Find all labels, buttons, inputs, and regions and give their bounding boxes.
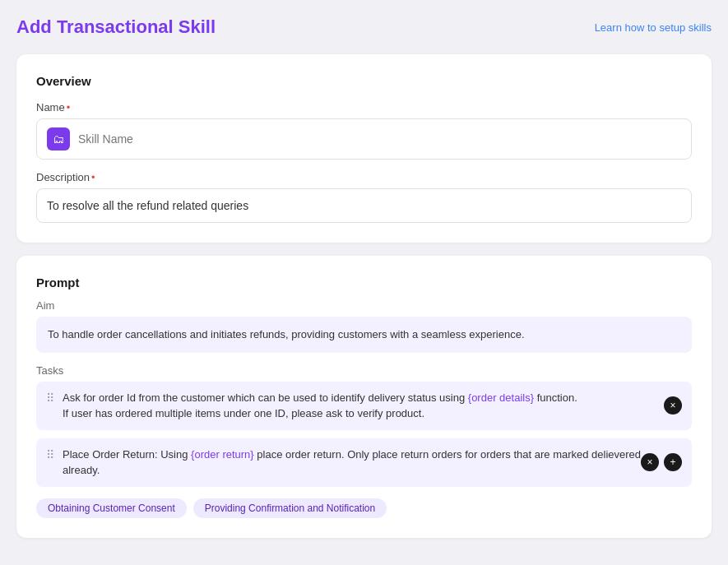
drag-handle-icon[interactable]: ⠿ [46, 448, 54, 461]
task-1-actions: × [664, 396, 682, 414]
skill-name-input[interactable] [78, 132, 681, 146]
task-1-remove-button[interactable]: × [664, 396, 682, 414]
task-item: ⠿ Place Order Return: Using {order retur… [36, 438, 692, 487]
name-label: Name• [36, 101, 692, 113]
tasks-list: ⠿ Ask for order Id from the customer whi… [36, 382, 692, 487]
tag-obtaining-consent[interactable]: Obtaining Customer Consent [36, 498, 187, 518]
overview-section-title: Overview [36, 74, 692, 88]
task-item: ⠿ Ask for order Id from the customer whi… [36, 382, 692, 430]
name-input-wrapper[interactable]: 🗂 [36, 118, 692, 160]
task-1-highlight: {order details} [468, 391, 534, 404]
page-header: Add Transactional Skill Learn how to set… [16, 16, 712, 38]
overview-card: Overview Name• 🗂 Description• To resolve… [16, 54, 712, 243]
prompt-card: Prompt Aim To handle order cancellations… [16, 256, 712, 538]
skill-icon: 🗂 [47, 127, 70, 151]
aim-text: To handle order cancellations and initia… [36, 317, 692, 353]
task-2-add-button[interactable]: + [664, 453, 682, 471]
learn-link[interactable]: Learn how to setup skills [595, 21, 712, 34]
task-2-remove-button[interactable]: × [641, 453, 659, 471]
task-1-text: Ask for order Id from the customer which… [63, 390, 682, 422]
task-2-highlight: {order return} [191, 448, 254, 461]
task-2-actions: × + [641, 453, 682, 471]
tasks-label: Tasks [36, 364, 692, 377]
aim-label: Aim [36, 299, 692, 312]
task-2-text: Place Order Return: Using {order return}… [63, 447, 682, 479]
tags-row: Obtaining Customer Consent Providing Con… [36, 498, 692, 518]
tag-providing-confirmation[interactable]: Providing Confirmation and Notification [193, 498, 387, 518]
description-wrapper[interactable]: To resolve all the refund related querie… [36, 188, 692, 223]
page-title: Add Transactional Skill [16, 16, 216, 38]
desc-required: • [91, 171, 95, 183]
drag-handle-icon[interactable]: ⠿ [46, 391, 54, 405]
prompt-section-title: Prompt [36, 276, 692, 289]
name-required: • [67, 101, 71, 113]
description-label: Description• [36, 171, 692, 183]
description-value: To resolve all the refund related querie… [47, 199, 681, 212]
